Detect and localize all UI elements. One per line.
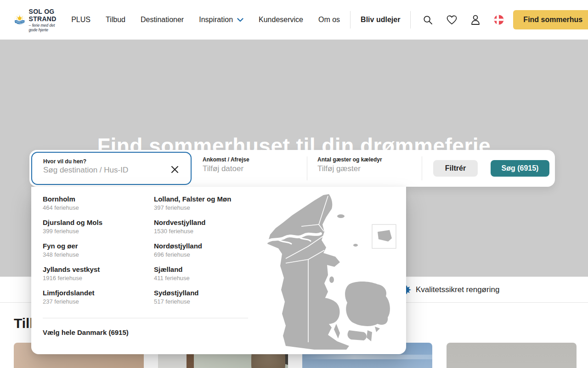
field-divider [422,156,422,180]
brand-name: SOL OG STRAND [29,8,63,23]
destination-field-label: Hvor vil du hen? [43,158,180,165]
search-button[interactable]: Søg (6915) [491,160,549,177]
clear-field-icon[interactable] [171,166,179,173]
top-nav-bar: SOL OG STRAND – ferie med det gode hjert… [0,0,588,40]
danish-flag-icon[interactable] [494,15,504,25]
nav-item-inspiration[interactable]: Inspiration [199,16,243,24]
find-sommerhus-button[interactable]: Find sommerhus [513,10,588,29]
destination-field[interactable]: Hvor vil du hen? [31,152,192,185]
chevron-down-icon [237,18,243,22]
nav-divider [410,11,411,29]
card-image-cloud [302,355,432,359]
guests-field-placeholder: Tilføj gæster [317,164,425,173]
guests-field[interactable]: Antal gæster og kæledyr Tilføj gæster [317,156,425,180]
dates-field-label: Ankomst / Afrejse [203,156,331,163]
destination-input[interactable] [43,166,158,175]
select-all-denmark[interactable]: Vælg hele Danmark (6915) [43,328,129,336]
heart-icon[interactable] [447,15,457,25]
main-nav: PLUS Tilbud Destinationer Inspiration Ku… [71,11,406,29]
destination-dropdown: Bornholm 464 feriehuse Djursland og Mols… [31,187,406,354]
search-icon[interactable] [423,15,433,25]
usp-item-cleaning: Kvalitetssikret rengøring [402,277,499,302]
nav-item-plus[interactable]: PLUS [71,16,90,24]
brand-logo[interactable]: SOL OG STRAND – ferie med det gode hjert… [14,8,63,32]
nav-item-om-os[interactable]: Om os [318,16,340,24]
nav-item-kundeservice[interactable]: Kundeservice [259,16,303,24]
usp-item-label: Kvalitetssikret rengøring [416,285,499,294]
filter-button[interactable]: Filtrér [433,160,478,177]
region-item-nordoestjylland[interactable]: Nordøstjylland 696 feriehuse [154,242,202,258]
nav-item-destinationer[interactable]: Destinationer [141,16,184,24]
nav-divider [350,11,351,29]
region-item-sydoestjylland[interactable]: Sydøstjylland 517 feriehuse [154,289,199,305]
region-item-limfjordslandet[interactable]: Limfjordslandet 237 feriehuse [43,289,95,305]
page: SOL OG STRAND – ferie med det gode hjert… [0,0,588,368]
brand-tagline: – ferie med det gode hjerte [29,23,63,32]
region-item-bornholm[interactable]: Bornholm 464 feriehuse [43,195,79,211]
denmark-map[interactable] [259,190,406,351]
region-item-djursland[interactable]: Djursland og Mols 399 feriehuse [43,218,102,235]
dates-field[interactable]: Ankomst / Afrejse Tilføj datoer [203,156,331,180]
dates-field-placeholder: Tilføj datoer [203,164,331,173]
sun-waves-logo-icon [14,11,25,29]
region-item-lolland-falster-moen[interactable]: Lolland, Falster og Møn 397 feriehuse [154,195,231,211]
dropdown-divider [43,318,248,318]
search-bar: Hvor vil du hen? Ankomst / Afrejse Tilfø… [29,150,555,187]
guests-field-label: Antal gæster og kæledyr [317,156,425,163]
region-item-nordvestjylland[interactable]: Nordvestjylland 1530 feriehuse [154,218,206,235]
field-divider [307,156,307,180]
offer-card[interactable] [447,343,577,368]
account-icon[interactable] [471,15,480,25]
header-icons [423,15,504,25]
nav-item-tilbud[interactable]: Tilbud [106,16,125,24]
bornholm-inset [372,224,396,248]
region-item-jyllands-vestkyst[interactable]: Jyllands vestkyst 1916 feriehuse [43,265,100,282]
region-item-sjaelland[interactable]: Sjælland 411 feriehuse [154,265,190,282]
region-item-fyn[interactable]: Fyn og øer 348 feriehuse [43,242,79,258]
nav-item-bliv-udlejer[interactable]: Bliv udlejer [361,16,400,24]
